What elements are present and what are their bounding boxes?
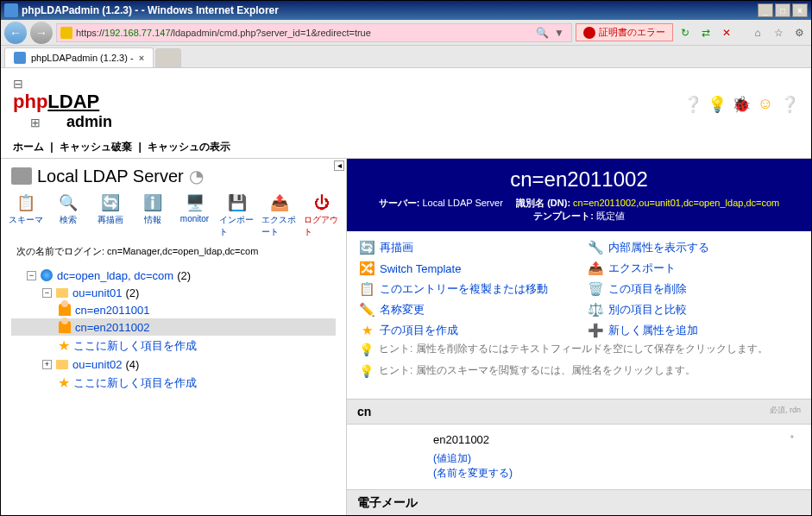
new-tab-button[interactable] — [155, 48, 181, 67]
url-text: https://192.168.77.147/ldapadmin/cmd.php… — [76, 28, 533, 38]
export-action[interactable]: 📤エクスポート — [588, 261, 799, 276]
import-button[interactable]: 💾インポート — [219, 193, 255, 238]
required-mark: * — [790, 433, 794, 451]
smiley-icon[interactable]: ☺ — [756, 95, 775, 114]
home-link[interactable]: ホーム — [13, 141, 44, 153]
ie-icon — [4, 3, 18, 17]
tab-bar: phpLDAPadmin (1.2.3) - × — [1, 46, 811, 68]
logout-button[interactable]: ⏻ログアウト — [304, 193, 339, 238]
help2-icon[interactable]: ❔ — [780, 95, 799, 114]
refresh-icon[interactable]: ↻ — [677, 24, 694, 41]
purge-cache-link[interactable]: キャッシュ破棄 — [60, 141, 132, 153]
attr-cn-value[interactable]: en2011002 — [433, 433, 489, 446]
rename-link[interactable]: (名前を変更する) — [433, 467, 513, 479]
refresh-action[interactable]: 🔄再描画 — [359, 240, 570, 255]
lock-icon — [60, 27, 72, 39]
address-bar[interactable]: https://192.168.77.147/ldapadmin/cmd.php… — [56, 23, 572, 42]
server-title: Local LDAP Server — [37, 167, 184, 186]
globe-icon — [41, 269, 53, 281]
expand-icon[interactable]: + — [42, 360, 52, 369]
page-icon — [14, 52, 26, 64]
home-icon[interactable]: ⌂ — [749, 24, 766, 41]
right-panel: cn=en2011002 サーバー: Local LDAP Server 識別名… — [346, 159, 811, 516]
help-icon[interactable]: ❔ — [683, 95, 702, 114]
server-toolbar: 📋スキーマ 🔍検索 🔄再描画 ℹ️情報 🖥️monitor 💾インポート 📤エク… — [8, 193, 339, 238]
compare-action[interactable]: ⚖️別の項目と比較 — [588, 302, 799, 318]
idea-icon[interactable]: 💡 — [708, 95, 727, 114]
back-button[interactable]: ← — [4, 22, 27, 44]
shield-error-icon — [583, 27, 595, 39]
bulb-icon: 💡 — [359, 364, 374, 378]
search-button[interactable]: 🔍検索 — [50, 193, 85, 238]
tree-root[interactable]: − dc=open_ldap, dc=com (2) — [11, 267, 336, 284]
rename-action[interactable]: ✏️名称変更 — [359, 302, 570, 318]
hint-schema: 💡ヒント: 属性のスキーマを閲覧するには、属性名をクリックします。 — [359, 360, 799, 381]
login-info: 次の名前でログイン: cn=Manager,dc=open_ldap,dc=co… — [8, 242, 339, 261]
bulb-icon: 💡 — [359, 343, 374, 356]
monitor-button[interactable]: 🖥️monitor — [177, 193, 212, 238]
tree-unit02[interactable]: + ou=unit02 (4) — [11, 356, 336, 373]
tree-entry-en2011001[interactable]: cn=en2011001 — [11, 301, 336, 318]
internal-attrs-action[interactable]: 🔧内部属性を表示する — [588, 240, 799, 255]
schema-button[interactable]: 📋スキーマ — [8, 193, 43, 238]
tab-title: phpLDAPadmin (1.2.3) - — [31, 53, 134, 63]
add-value-link[interactable]: (値追加) — [433, 452, 471, 464]
copy-action[interactable]: 📋このエントリーを複製または移動 — [359, 281, 570, 297]
person-icon — [59, 321, 71, 333]
nav-links: ホーム | キャッシュ破棄 | キャッシュの表示 — [1, 136, 811, 159]
phpldapadmin-logo: ⊟ php LDAP ⊞admin — [13, 77, 112, 131]
compat-icon[interactable]: ⇄ — [697, 24, 714, 41]
certificate-error[interactable]: 証明書のエラー — [576, 23, 673, 41]
browser-navbar: ← → https://192.168.77.147/ldapadmin/cmd… — [1, 20, 811, 46]
star-icon: ★ — [58, 374, 70, 391]
folder-icon — [56, 360, 68, 369]
tab-close-icon[interactable]: × — [139, 53, 144, 63]
stop-icon[interactable]: ✕ — [718, 24, 735, 41]
switch-template-action[interactable]: 🔀Switch Template — [359, 261, 570, 276]
add-attr-action[interactable]: ➕新しく属性を追加 — [588, 323, 799, 338]
panel-collapse-icon[interactable]: ◂ — [334, 160, 344, 171]
collapse-icon[interactable]: − — [42, 288, 52, 298]
search-icon[interactable]: 🔍 — [533, 24, 551, 41]
close-button[interactable]: × — [792, 3, 808, 17]
ldap-tree: − dc=open_ldap, dc=com (2) − ou=unit01 (… — [8, 261, 339, 398]
dn-header: cn=en2011002 サーバー: Local LDAP Server 識別名… — [347, 159, 811, 231]
dn-title: cn=en2011002 — [356, 167, 803, 192]
browser-tab[interactable]: phpLDAPadmin (1.2.3) - × — [4, 47, 154, 67]
tree-entry-en2011002[interactable]: cn=en2011002 — [11, 318, 336, 336]
tree-unit01[interactable]: − ou=unit01 (2) — [11, 284, 336, 301]
create-child-action[interactable]: ★子の項目を作成 — [359, 323, 570, 338]
refresh-button[interactable]: 🔄再描画 — [92, 193, 128, 238]
left-panel: ◂ Local LDAP Server ◔ 📋スキーマ 🔍検索 🔄再描画 ℹ️情… — [1, 159, 346, 516]
attr-email-header[interactable]: 電子メール — [347, 489, 811, 516]
window-title: phpLDAPadmin (1.2.3) - - Windows Interne… — [22, 4, 758, 16]
minimize-button[interactable]: _ — [758, 3, 773, 17]
forward-button[interactable]: → — [30, 22, 53, 44]
maximize-button[interactable]: □ — [775, 3, 790, 17]
tree-create-here-1[interactable]: ★ ここに新しく項目を作成 — [11, 336, 336, 356]
star-icon: ★ — [58, 337, 70, 354]
window-titlebar: phpLDAPadmin (1.2.3) - - Windows Interne… — [1, 1, 811, 20]
delete-action[interactable]: 🗑️この項目を削除 — [588, 281, 799, 297]
person-icon — [59, 304, 71, 316]
attr-cn-header[interactable]: cn 必須, rdn — [347, 399, 811, 425]
info-button[interactable]: ℹ️情報 — [135, 193, 170, 238]
clock-icon: ◔ — [189, 166, 204, 186]
entry-actions: 🔄再描画 🔧内部属性を表示する 🔀Switch Template 📤エクスポート… — [347, 231, 811, 390]
tools-icon[interactable]: ⚙ — [790, 24, 808, 41]
bug-icon[interactable]: 🐞 — [732, 95, 751, 114]
tree-create-here-2[interactable]: ★ ここに新しく項目を作成 — [11, 373, 336, 393]
folder-icon — [56, 288, 68, 298]
hint-delete-attr: 💡ヒント: 属性を削除するにはテキストフィールドを空にして保存をクリックします。 — [359, 338, 799, 360]
export-button[interactable]: 📤エクスポート — [261, 193, 297, 238]
favorites-icon[interactable]: ☆ — [770, 24, 787, 41]
collapse-icon[interactable]: − — [27, 271, 36, 280]
show-cache-link[interactable]: キャッシュの表示 — [148, 141, 230, 153]
server-icon — [11, 167, 32, 185]
